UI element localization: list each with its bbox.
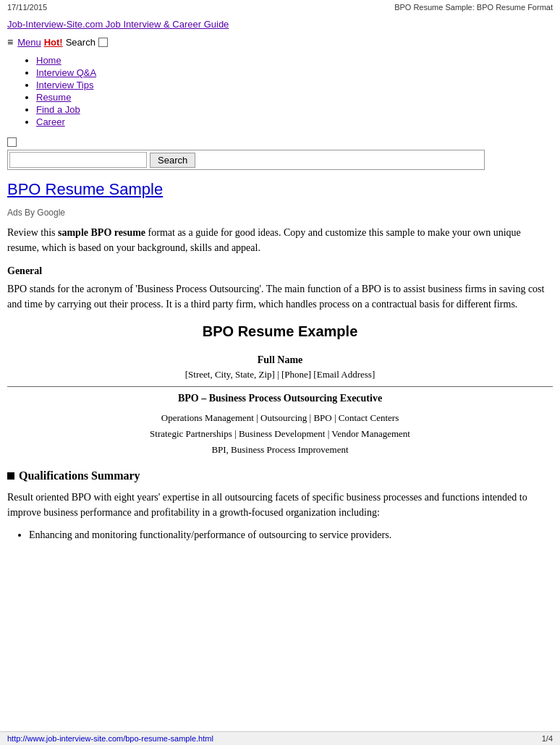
qual-heading: Qualifications Summary (7, 469, 553, 482)
list-item: Resume (36, 92, 553, 103)
page-heading[interactable]: BPO Resume Sample (7, 180, 553, 199)
intro-text-before: Review this (7, 227, 58, 238)
resume-contact-info: [Street, City, State, Zip] | [Phone] [Em… (7, 369, 553, 380)
qual-bullet-1: Enhancing and monitoring functionality/p… (29, 529, 391, 540)
hot-link[interactable]: Hot! (44, 37, 63, 48)
qual-heading-text: Qualifications Summary (19, 469, 140, 482)
nav-career-link[interactable]: Career (36, 116, 65, 127)
resume-job-title: BPO – Business Process Outsourcing Execu… (7, 393, 553, 404)
keywords-line2: Strategic Partnerships | Business Develo… (7, 426, 553, 442)
search-input-row: Search (7, 150, 485, 170)
search-checkbox[interactable] (7, 137, 17, 147)
bottom-url[interactable]: http://www.job-interview-site.com/bpo-re… (7, 734, 213, 743)
resume-example: BPO Resume Example Full Name [Street, Ci… (7, 323, 553, 458)
search-label-text: Search (66, 37, 96, 48)
nav-tips-link[interactable]: Interview Tips (36, 80, 93, 90)
date-label: 17/11/2015 (7, 3, 47, 12)
list-item: Career (36, 116, 553, 127)
search-button[interactable]: Search (150, 153, 195, 168)
bottom-bar: http://www.job-interview-site.com/bpo-re… (0, 731, 560, 745)
qual-square-icon (7, 472, 14, 480)
page-title-bar: BPO Resume Sample: BPO Resume Format (394, 3, 553, 12)
list-item: Interview Tips (36, 80, 553, 90)
list-item: Find a Job (36, 104, 553, 115)
nav-job-link[interactable]: Find a Job (36, 104, 80, 115)
nav-list: Home Interview Q&A Interview Tips Resume… (0, 51, 560, 132)
qualifications-section: Qualifications Summary Result oriented B… (7, 469, 553, 543)
list-item: Home (36, 55, 553, 66)
page-number: 1/4 (542, 734, 553, 743)
general-text: BPO stands for the acronym of 'Business … (7, 281, 553, 312)
nav-resume-link[interactable]: Resume (36, 92, 71, 103)
keywords-line3: BPI, Business Process Improvement (7, 442, 553, 458)
search-input[interactable] (9, 152, 147, 168)
nav-search-checkbox[interactable] (98, 38, 108, 47)
resume-keywords: Operations Management | Outsourcing | BP… (7, 410, 553, 458)
top-bar: 17/11/2015 BPO Resume Sample: BPO Resume… (0, 0, 560, 14)
qual-text: Result oriented BPO with eight years' ex… (7, 490, 553, 520)
keywords-line1: Operations Management | Outsourcing | BP… (7, 410, 553, 426)
nav-bar: ≡ Menu Hot! Search (0, 33, 560, 51)
list-item: Enhancing and monitoring functionality/p… (29, 527, 553, 543)
menu-icon: ≡ (7, 36, 13, 48)
site-header-link[interactable]: Job-Interview-Site.com Job Interview & C… (7, 19, 229, 30)
intro-paragraph: Review this sample BPO resume format as … (7, 225, 553, 255)
resume-full-name: Full Name (7, 354, 553, 366)
resume-example-title: BPO Resume Example (7, 323, 553, 340)
list-item: Interview Q&A (36, 67, 553, 78)
nav-qa-link[interactable]: Interview Q&A (36, 67, 96, 78)
intro-bold-text: sample BPO resume (58, 227, 145, 238)
nav-home-link[interactable]: Home (36, 55, 61, 66)
resume-divider (7, 386, 553, 387)
qual-list: Enhancing and monitoring functionality/p… (7, 527, 553, 543)
ads-label: Ads By Google (7, 208, 553, 218)
search-checkbox-row (7, 136, 553, 147)
main-content: BPO Resume Sample Ads By Google Review t… (0, 177, 560, 561)
site-header: Job-Interview-Site.com Job Interview & C… (0, 14, 560, 33)
menu-link[interactable]: Menu (17, 37, 41, 48)
general-heading: General (7, 265, 553, 277)
search-area: Search (0, 132, 560, 177)
